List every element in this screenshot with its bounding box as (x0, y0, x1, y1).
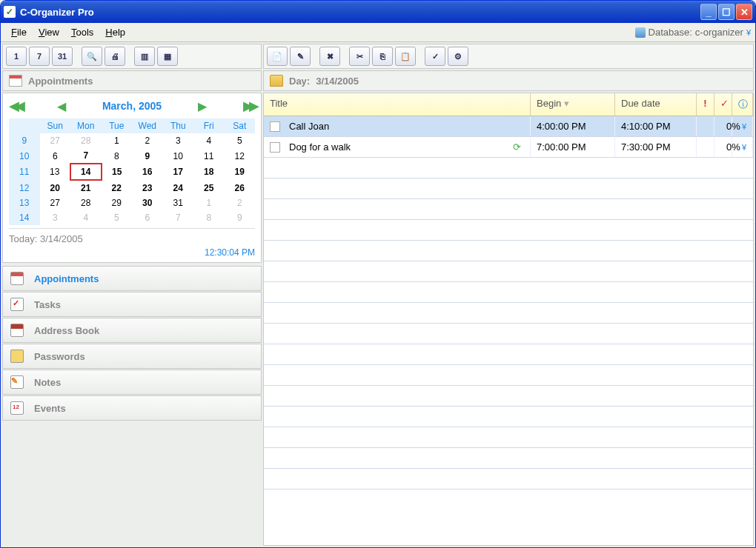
calendar-day[interactable]: 20 (40, 180, 71, 196)
tool-a-button[interactable]: ▥ (134, 47, 155, 66)
col-complete[interactable]: ✓ (714, 93, 732, 116)
calendar-day[interactable]: 14 (70, 164, 102, 180)
calendar-day[interactable]: 11 (193, 148, 225, 164)
calendar-day[interactable]: 19 (225, 164, 256, 180)
database-icon (635, 27, 646, 38)
titlebar[interactable]: ✓ C-Organizer Pro _ ☐ ✕ (1, 1, 755, 23)
nav-address-book[interactable]: Address Book (2, 318, 262, 343)
close-button[interactable]: ✕ (736, 4, 752, 20)
database-name[interactable]: c-organizer (695, 27, 743, 38)
calendar-day[interactable]: 2 (225, 196, 256, 210)
appointments-header: Appointments (2, 70, 262, 91)
passwords-icon (10, 350, 24, 363)
new-item-button[interactable]: 📄 (267, 47, 288, 66)
cut-button[interactable]: ✂ (349, 47, 370, 66)
calendar-day[interactable]: 21 (70, 180, 102, 196)
empty-row (264, 427, 753, 448)
menu-file[interactable]: File (5, 24, 33, 40)
copy-button[interactable]: ⎘ (372, 47, 393, 66)
database-chevron-icon[interactable]: ¥ (746, 28, 751, 37)
calendar-day[interactable]: 30 (132, 196, 163, 210)
calendar-day[interactable]: 6 (132, 210, 163, 225)
calendar-day[interactable]: 4 (70, 210, 102, 225)
today-label[interactable]: Today: 3/14/2005 (9, 228, 255, 246)
calendar-day[interactable]: 25 (193, 180, 225, 196)
calendar-day[interactable]: 31 (163, 196, 194, 210)
calendar-day[interactable]: 3 (40, 210, 71, 225)
calendar-day[interactable]: 26 (225, 180, 256, 196)
tasks-icon (10, 298, 24, 311)
col-due[interactable]: Due date (615, 93, 697, 116)
col-title[interactable]: Title (264, 93, 531, 116)
calendar-day[interactable]: 13 (40, 164, 71, 180)
delete-item-button[interactable]: ✖ (319, 47, 340, 66)
col-priority[interactable]: ! (697, 93, 714, 116)
calendar-day[interactable]: 18 (193, 164, 225, 180)
find-button[interactable]: 🔍 (82, 47, 102, 66)
appointments-icon (10, 272, 24, 285)
nav-passwords-label: Passwords (34, 351, 85, 362)
calendar-day[interactable]: 15 (102, 164, 133, 180)
calendar-day[interactable]: 28 (70, 196, 102, 210)
calendar-day[interactable]: 17 (163, 164, 194, 180)
print-button[interactable]: 🖨 (105, 47, 125, 66)
task-row[interactable]: Call Joan4:00:00 PM4:10:00 PM0% ¥ (264, 116, 753, 137)
calendar-day[interactable]: 27 (40, 133, 71, 148)
calendar-day[interactable]: 2 (132, 133, 163, 148)
prev-month-button[interactable]: ◀ (57, 99, 66, 113)
view-month-button[interactable]: 31 (52, 47, 73, 66)
calendar-day[interactable]: 28 (70, 133, 102, 148)
view-day-button[interactable]: 1 (6, 47, 27, 66)
next-year-button[interactable]: ▶▶ (243, 98, 255, 114)
col-begin[interactable]: Begin ▾ (531, 93, 615, 116)
complete-button[interactable]: ✓ (425, 47, 445, 66)
calendar-day[interactable]: 7 (163, 210, 194, 225)
maximize-button[interactable]: ☐ (718, 4, 735, 20)
calendar-day[interactable]: 5 (225, 133, 256, 148)
view-week-button[interactable]: 7 (29, 47, 50, 66)
calendar-day[interactable]: 7 (70, 148, 102, 164)
app-icon: ✓ (4, 6, 16, 18)
calendar-day[interactable]: 8 (102, 148, 133, 164)
nav-tasks[interactable]: Tasks (2, 292, 262, 317)
calendar-day[interactable]: 5 (102, 210, 133, 225)
expand-chevron-icon[interactable]: ¥ (742, 143, 746, 152)
calendar-day[interactable]: 6 (40, 148, 71, 164)
tool-b-button[interactable]: ▦ (157, 47, 178, 66)
calendar-day[interactable]: 27 (40, 196, 71, 210)
calendar-day[interactable]: 8 (193, 210, 225, 225)
menu-view[interactable]: View (33, 24, 65, 40)
calendar-day[interactable]: 9 (225, 210, 256, 225)
calendar-day[interactable]: 9 (132, 148, 163, 164)
menu-tools[interactable]: Tools (65, 24, 99, 40)
nav-events[interactable]: Events (2, 395, 262, 421)
paste-button[interactable]: 📋 (395, 47, 416, 66)
edit-item-button[interactable]: ✎ (290, 47, 311, 66)
nav-notes[interactable]: Notes (2, 370, 262, 395)
menu-help[interactable]: Help (99, 24, 131, 40)
calendar-day[interactable]: 1 (102, 133, 133, 148)
calendar-day[interactable]: 10 (163, 148, 194, 164)
calendar-month-label[interactable]: March, 2005 (102, 100, 162, 112)
next-month-button[interactable]: ▶ (198, 99, 207, 113)
minimize-button[interactable]: _ (700, 4, 717, 20)
expand-chevron-icon[interactable]: ¥ (742, 122, 746, 131)
calendar-day[interactable]: 23 (132, 180, 163, 196)
task-row[interactable]: Dog for a walk⟳7:00:00 PM7:30:00 PM0% ¥ (264, 137, 753, 158)
nav-appointments[interactable]: Appointments (2, 266, 262, 291)
calendar-day[interactable]: 1 (193, 196, 225, 210)
calendar-day[interactable]: 22 (102, 180, 133, 196)
calendar-day[interactable]: 16 (132, 164, 163, 180)
options-button[interactable]: ⚙ (448, 47, 468, 66)
address-book-icon (10, 324, 24, 337)
day-date: 3/14/2005 (316, 76, 359, 87)
calendar-day[interactable]: 4 (193, 133, 225, 148)
calendar-day[interactable]: 29 (102, 196, 133, 210)
calendar-day[interactable]: 3 (163, 133, 194, 148)
nav-passwords[interactable]: Passwords (2, 344, 262, 369)
col-info[interactable]: ⓘ (732, 93, 753, 116)
prev-year-button[interactable]: ◀◀ (9, 98, 21, 114)
calendar-day[interactable]: 12 (225, 148, 256, 164)
calendar-day[interactable]: 24 (163, 180, 194, 196)
empty-row (264, 324, 753, 344)
